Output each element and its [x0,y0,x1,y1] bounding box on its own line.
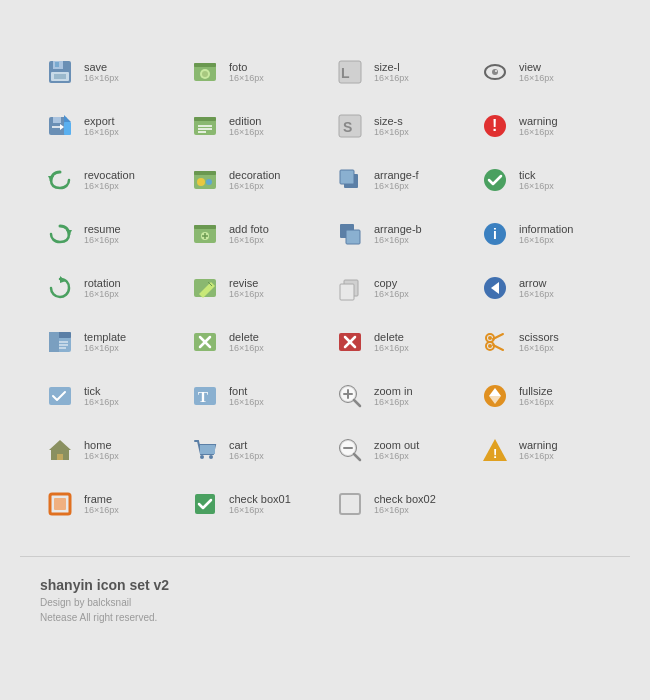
icon-item: arrange-f16×16px [330,158,465,202]
icon-name: copy [374,277,409,289]
icon-label-group: cart16×16px [229,439,264,461]
icon-grid: save16×16px foto16×16px L size-l16×16px … [20,20,630,546]
icon-label-group: rotation16×16px [84,277,121,299]
icon-size: 16×16px [84,505,119,515]
svg-line-92 [354,454,360,460]
svg-point-33 [206,179,212,185]
icon-label-group: foto16×16px [229,61,264,83]
icon-label-group: information16×16px [519,223,573,245]
icon-size: 16×16px [519,289,554,299]
icon-item: resume16×16px [40,212,175,256]
svg-rect-2 [55,62,59,67]
icon-label-group: edition16×16px [229,115,264,137]
home-icon [44,434,76,466]
icon-size: 16×16px [84,181,135,191]
icon-item: check box0216×16px [330,482,465,526]
icon-size: 16×16px [374,343,409,353]
icon-label-group: scissors16×16px [519,331,559,353]
icon-size: 16×16px [229,451,264,461]
icon-name: zoom in [374,385,413,397]
icon-size: 16×16px [519,73,554,83]
icon-item: arrange-b16×16px [330,212,465,256]
icon-name: view [519,61,554,73]
icon-item: home16×16px [40,428,175,472]
icon-item: arrow16×16px [475,266,610,310]
font-icon: T [189,380,221,412]
icon-size: 16×16px [374,289,409,299]
warning-red-icon: ! [479,110,511,142]
icon-label-group: check box0216×16px [374,493,436,515]
icon-label-group: export16×16px [84,115,119,137]
svg-point-71 [488,336,492,340]
icon-label-group: font16×16px [229,385,264,407]
icon-size: 16×16px [84,343,126,353]
svg-rect-98 [340,494,360,514]
icon-name: template [84,331,126,343]
frame-icon [44,488,76,520]
svg-rect-96 [54,498,66,510]
icon-size: 16×16px [84,235,121,245]
icon-size: 16×16px [84,289,121,299]
svg-text:T: T [198,389,208,405]
icon-item: L size-l16×16px [330,50,465,94]
svg-rect-35 [340,170,354,184]
photo-icon [189,56,221,88]
icon-label-group: zoom in16×16px [374,385,413,407]
icon-item: export16×16px [40,104,175,148]
icon-name: home [84,439,119,451]
icon-name: check box02 [374,493,436,505]
floppy-icon [44,56,76,88]
icon-name: foto [229,61,264,73]
icon-name: revocation [84,169,135,181]
icon-item: foto16×16px [185,50,320,94]
icon-size: 16×16px [229,235,269,245]
svg-rect-6 [194,63,216,67]
footer: shanyin icon set v2 Design by balcksnail… [20,556,630,635]
svg-point-88 [209,455,213,459]
icon-item: revocation16×16px [40,158,175,202]
checkbox1-icon [189,488,221,520]
icon-label-group: frame16×16px [84,493,119,515]
icon-label-group: home16×16px [84,439,119,461]
icon-name: size-l [374,61,409,73]
icon-label-group: fullsize16×16px [519,385,554,407]
svg-rect-44 [346,230,360,244]
svg-rect-15 [53,117,61,123]
delete-red-icon [334,326,366,358]
icon-label-group: revise16×16px [229,277,264,299]
icon-item: revise16×16px [185,266,320,310]
icon-name: tick [84,385,119,397]
icon-size: 16×16px [229,505,291,515]
icon-item: frame16×16px [40,482,175,526]
icon-label-group: copy16×16px [374,277,409,299]
zoomin-icon [334,380,366,412]
arrangef-icon [334,164,366,196]
icon-label-group: check box0116×16px [229,493,291,515]
svg-point-32 [197,178,205,186]
icon-size: 16×16px [229,289,264,299]
icon-name: resume [84,223,121,235]
icon-size: 16×16px [374,505,436,515]
icon-name: check box01 [229,493,291,505]
icon-size: 16×16px [84,451,119,461]
icon-size: 16×16px [229,343,264,353]
icon-item: fullsize16×16px [475,374,610,418]
icon-item: zoom out16×16px [330,428,465,472]
icon-name: save [84,61,119,73]
icon-name: export [84,115,119,127]
sizes-icon: S [334,110,366,142]
icon-item: cart16×16px [185,428,320,472]
icon-name: fullsize [519,385,554,397]
icon-name: scissors [519,331,559,343]
icon-item: edition16×16px [185,104,320,148]
icon-name: add foto [229,223,269,235]
svg-point-36 [484,169,506,191]
svg-rect-21 [194,117,216,121]
addfoto-icon [189,218,221,250]
icon-size: 16×16px [519,451,558,461]
delete-green-icon [189,326,221,358]
svg-point-87 [200,455,204,459]
resume-icon [44,218,76,250]
icon-size: 16×16px [374,235,422,245]
svg-text:L: L [341,65,350,81]
